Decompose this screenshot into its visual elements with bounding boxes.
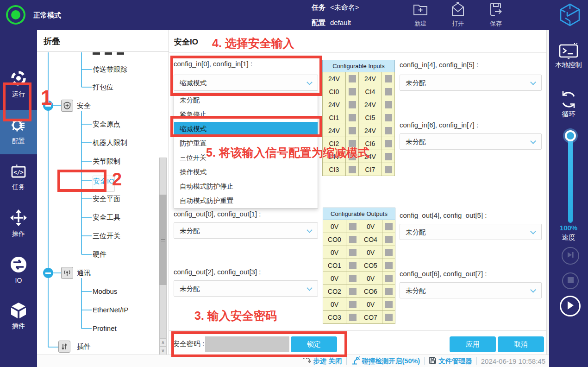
terminal-square: [349, 88, 356, 95]
terminal-square: [349, 153, 356, 160]
cycle-button[interactable]: [549, 89, 588, 112]
config-in-0-1-select[interactable]: 缩减模式: [174, 75, 318, 91]
sidebar-item-io[interactable]: IO: [0, 256, 37, 284]
tree-item-ethernet-ip[interactable]: EtherNet/IP: [93, 305, 129, 315]
sidebar-item-jog[interactable]: 操作: [0, 209, 37, 238]
terminal-square: [385, 101, 392, 108]
terminal-square: [385, 249, 393, 256]
tree-item-safety-home[interactable]: 安全原点: [93, 119, 120, 129]
apply-button[interactable]: 应用: [450, 336, 496, 352]
config-in-4-5-select[interactable]: 未分配: [400, 75, 542, 91]
left-sidebar: 运行 配置 </> 任务 操作 IO 插件 BOEC: [0, 30, 37, 367]
dropdown-option-safeguard-reset[interactable]: 防护重置: [174, 136, 318, 151]
tree-item-robot-limits[interactable]: 机器人限制: [93, 138, 127, 148]
tree-item-packing-position[interactable]: 打包位: [93, 82, 113, 92]
play-triangle-icon: [566, 301, 575, 312]
config-out-0-1-label: config_out[0], config_out[1] :: [174, 210, 261, 218]
tree-item-safety[interactable]: 安全: [77, 101, 91, 111]
stop-button[interactable]: [562, 272, 579, 289]
sidebar-item-run[interactable]: 运行: [0, 70, 37, 99]
tree-item-safety-io[interactable]: 安全IO: [93, 176, 115, 192]
tree-scroll-up-button[interactable]: ∧: [159, 338, 167, 347]
safety-password-label: 安全密码 :: [173, 340, 204, 348]
config-out-0-1-select[interactable]: 未分配: [174, 222, 318, 239]
tree-collapse-node-communication[interactable]: [43, 268, 53, 278]
chevron-down-icon: [530, 228, 536, 234]
chevron-down-icon: [530, 138, 536, 144]
cancel-button[interactable]: 取消: [498, 336, 544, 352]
dropdown-option-reduced-mode[interactable]: 缩减模式: [174, 122, 318, 136]
tree-item-safety-planes[interactable]: 安全平面: [93, 194, 120, 204]
tree-scrollbar-thumb[interactable]: [159, 195, 167, 285]
safety-password-input[interactable]: [205, 336, 289, 352]
io-arrows-icon: [10, 267, 27, 275]
tree-item-communication[interactable]: 通讯: [77, 268, 91, 278]
save-disk-icon: [488, 10, 504, 18]
dropdown-option-auto-mode-safeguard-stop[interactable]: 自动模式防护停止: [174, 179, 318, 194]
config-out-4-5-label: config_out[4], config_out[5] :: [400, 211, 487, 219]
speed-slider-handle[interactable]: [565, 130, 576, 141]
file-manager-status[interactable]: 文件管理器: [429, 356, 472, 366]
play-button[interactable]: [560, 296, 581, 316]
tree-item-safety-tool[interactable]: 安全工具: [93, 212, 120, 222]
stop-square-icon: [568, 277, 574, 285]
step-arrow-icon: [302, 356, 311, 366]
status-bar: 步进 关闭 碰撞检测开启(50%) 文件管理器 2024-06-19 10:58…: [37, 354, 549, 367]
config-tree: 传送带跟踪 打包位 安全 安全原点 机器人限制 关节限制 安全IO 安全平面 安…: [37, 52, 169, 354]
dropdown-option-operating-mode[interactable]: 操作模式: [174, 165, 318, 179]
collision-detect-status[interactable]: 碰撞检测开启(50%): [351, 356, 420, 366]
save-button[interactable]: 保存: [481, 2, 511, 28]
brand-logo-icon: [558, 3, 582, 29]
dropdown-option-emergency-stop[interactable]: 紧急停止: [174, 108, 318, 122]
terminal-square: [349, 127, 356, 134]
collapse-header[interactable]: 折叠: [37, 30, 169, 52]
terminal-square: [385, 153, 392, 160]
configurable-outputs-table: Configurable Outputs 0V0V CO0CO4 0V0V CO…: [323, 208, 395, 324]
chevron-down-icon: [530, 287, 536, 293]
chevron-down-icon: [307, 79, 313, 85]
dropdown-option-three-position-switch[interactable]: 三位开关: [174, 151, 318, 165]
new-button[interactable]: 新建: [406, 2, 435, 28]
terminal-square: [349, 236, 357, 243]
page-title: 安全IO: [174, 37, 198, 47]
tree-item-joint-limits[interactable]: 关节限制: [93, 156, 120, 166]
sidebar-item-task[interactable]: </> 任务: [0, 163, 37, 191]
tree-collapse-node-safety[interactable]: [43, 101, 53, 111]
terminal-square: [385, 140, 392, 147]
tree-item-profinet[interactable]: Profinet: [93, 323, 117, 334]
step-mode-status[interactable]: 步进 关闭: [302, 356, 342, 366]
tree-scroll-down-button[interactable]: ∨: [159, 347, 167, 354]
lock-button[interactable]: 锁定: [291, 336, 337, 352]
gear-icon: [10, 127, 27, 135]
local-control-label: 本地控制: [549, 61, 588, 70]
speed-slider-track[interactable]: [568, 136, 573, 223]
inputs-table-header: Configurable Inputs: [323, 60, 395, 72]
tree-item-three-position-switch[interactable]: 三位开关: [93, 231, 120, 241]
dropdown-option-auto-mode-safeguard-reset[interactable]: 自动模式防护重置: [174, 194, 318, 208]
tree-item-conveyor-tracking[interactable]: 传送带跟踪: [93, 64, 127, 75]
chevron-down-icon: [530, 79, 536, 85]
open-button[interactable]: 打开: [443, 2, 473, 28]
tree-item-modbus[interactable]: Modbus: [93, 286, 117, 297]
terminal-square: [349, 275, 357, 282]
local-control-button[interactable]: [549, 42, 588, 62]
terminal-square: [349, 166, 356, 173]
config-out-4-5-select[interactable]: 未分配: [400, 224, 542, 240]
new-folder-icon: [413, 10, 428, 18]
tree-item-plugins[interactable]: 插件: [77, 342, 91, 352]
mode-label: 正常模式: [33, 11, 61, 20]
svg-text:</>: </>: [13, 169, 24, 176]
config-out-2-3-select[interactable]: 未分配: [174, 280, 318, 297]
right-sidebar: 本地控制 循环 100% 速度: [549, 30, 588, 367]
step-forward-button[interactable]: [562, 247, 579, 265]
config-in-6-7-select[interactable]: 未分配: [400, 133, 542, 150]
config-out-6-7-select[interactable]: 未分配: [400, 282, 542, 298]
tree-item-hardware[interactable]: 硬件: [93, 249, 106, 259]
config-out-6-7-label: config_out[6], config_out[7] :: [400, 270, 487, 278]
sidebar-item-config[interactable]: 配置: [0, 116, 37, 146]
config-in-0-1-label: config_in[0], config_in[1] :: [174, 60, 252, 68]
run-target-icon: [10, 81, 27, 89]
top-bar: 正常模式 任务<未命名> 配置default 新建 打开 保存: [0, 0, 588, 30]
sidebar-item-plugin[interactable]: 插件: [0, 302, 37, 330]
dropdown-option-unassigned[interactable]: 未分配: [174, 93, 318, 108]
